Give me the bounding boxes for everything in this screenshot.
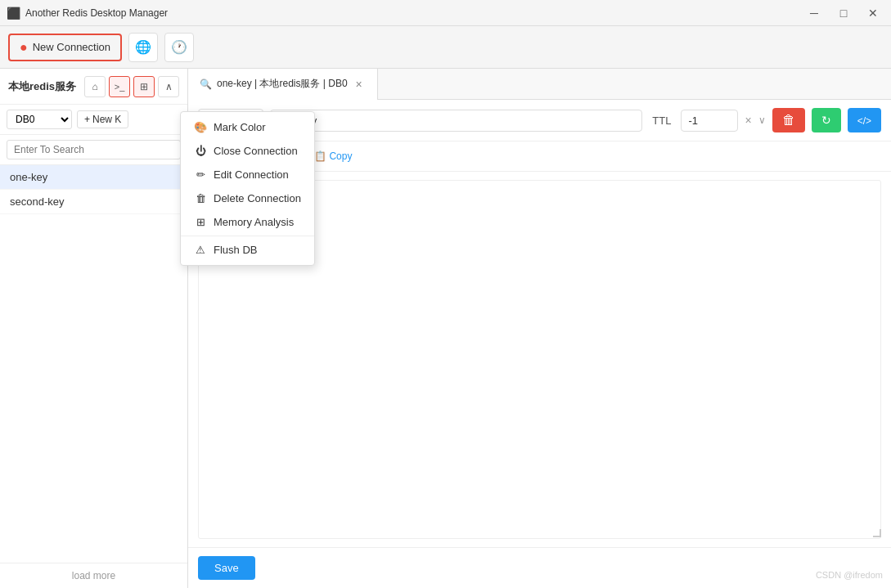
save-button[interactable]: Save [198,556,255,580]
content-area: 本地redis服务 ⌂ >_ ⊞ ∧ [0,69,891,588]
history-button[interactable]: 🕐 [164,33,194,62]
db-select[interactable]: DB0 DB1 DB2 [7,110,72,129]
menu-item-label: Mark Color [214,121,266,133]
tab-label: one-key | 本地redis服务 | DB0 [217,77,348,91]
menu-item-label: Memory Analysis [214,216,294,228]
trash-icon: 🗑 [782,113,795,127]
maximize-button[interactable]: □ [832,3,855,23]
resize-handle[interactable] [873,529,881,537]
collapse-button[interactable]: ∧ [158,76,179,97]
ttl-clear-button[interactable]: × [745,114,751,127]
sidebar-header: 本地redis服务 ⌂ >_ ⊞ ∧ [0,69,187,105]
new-connection-button[interactable]: ● New Connection [8,34,122,61]
db-selector-row: DB0 DB1 DB2 + New K [0,105,187,135]
globe-icon: 🌐 [135,39,151,55]
new-connection-label: New Connection [33,41,110,53]
titlebar: ⬛ Another Redis Desktop Manager ─ □ ✕ [0,0,891,26]
app-title: Another Redis Desktop Manager [25,7,803,19]
menu-divider [181,236,314,236]
key-item-second-key[interactable]: second-key [0,190,187,214]
main-toolbar: ● New Connection 🌐 🕐 [0,26,891,69]
close-button[interactable]: ✕ [862,3,884,23]
app-icon: ⬛ [7,7,20,20]
menu-item-mark-color[interactable]: 🎨 Mark Color [181,115,314,139]
context-menu: 🎨 Mark Color ⏻ Close Connection ✏ Edit C… [180,111,315,266]
sidebar-title: 本地redis服务 [8,79,76,94]
warning-icon: ⚠ [194,244,207,256]
ttl-input[interactable] [681,110,738,132]
save-bar: Save [188,547,891,588]
refresh-icon: ↻ [821,114,831,127]
menu-item-label: Flush DB [214,244,257,256]
key-list: one-key second-key [0,165,187,563]
grid-button[interactable]: ⊞ [133,76,155,97]
ttl-chevron-button[interactable]: ∨ [758,114,766,126]
home-button[interactable]: ⌂ [84,76,106,97]
terminal-button[interactable]: >_ [109,76,130,97]
code-button[interactable]: </> [848,108,881,132]
reload-button[interactable]: ↻ [812,108,841,132]
menu-item-close-connection[interactable]: ⏻ Close Connection [181,139,314,163]
terminal-icon: >_ [115,82,125,92]
new-key-label: New K [92,114,121,125]
copy-icon: 📋 [314,150,326,162]
clock-icon: 🕐 [171,39,187,55]
watermark: CSDN @ifredom [816,570,883,580]
tab-search-icon: 🔍 [200,79,212,90]
edit-icon: ✏ [194,168,207,181]
home-icon: ⌂ [92,81,97,92]
delete-button[interactable]: 🗑 [772,108,805,132]
grid-icon: ⊞ [140,81,148,92]
key-item-one-key[interactable]: one-key [0,165,187,190]
menu-item-label: Close Connection [214,145,298,157]
menu-item-edit-connection[interactable]: ✏ Edit Connection [181,163,314,186]
menu-item-memory-analysis[interactable]: ⊞ Memory Analysis [181,210,314,234]
sidebar: 本地redis服务 ⌂ >_ ⊞ ∧ [0,69,188,588]
search-box [0,135,187,165]
minimize-button[interactable]: ─ [803,3,826,23]
copy-button[interactable]: 📋 Copy [314,150,352,162]
ttl-label: TTL [649,114,674,127]
copy-label: Copy [329,150,352,162]
grid-analysis-icon: ⊞ [194,216,207,228]
globe-button[interactable]: 🌐 [128,33,158,62]
connection-dot-icon: ● [20,40,28,55]
delete-icon: 🗑 [194,192,207,204]
menu-item-delete-connection[interactable]: 🗑 Delete Connection [181,186,314,210]
palette-icon: 🎨 [194,121,207,133]
menu-item-flush-db[interactable]: ⚠ Flush DB [181,238,314,262]
search-input[interactable] [7,140,181,159]
menu-item-label: Delete Connection [214,192,301,204]
power-icon: ⏻ [194,145,207,157]
window-controls: ─ □ ✕ [803,3,884,23]
new-key-button[interactable]: + New K [77,110,128,128]
tab-close-button[interactable]: × [353,78,366,91]
app-body: ● New Connection 🌐 🕐 本地redis服务 ⌂ >_ [0,26,891,588]
code-icon: </> [857,115,871,127]
menu-item-label: Edit Connection [214,168,289,181]
tabs-bar: 🔍 one-key | 本地redis服务 | DB0 × [188,69,891,100]
plus-icon: + [84,114,90,125]
sidebar-actions: ⌂ >_ ⊞ ∧ [84,76,179,97]
load-more[interactable]: load more [0,563,187,588]
key-name-input[interactable] [270,110,642,132]
chevron-up-icon: ∧ [165,81,173,92]
tab-one-key[interactable]: 🔍 one-key | 本地redis服务 | DB0 × [188,69,378,100]
